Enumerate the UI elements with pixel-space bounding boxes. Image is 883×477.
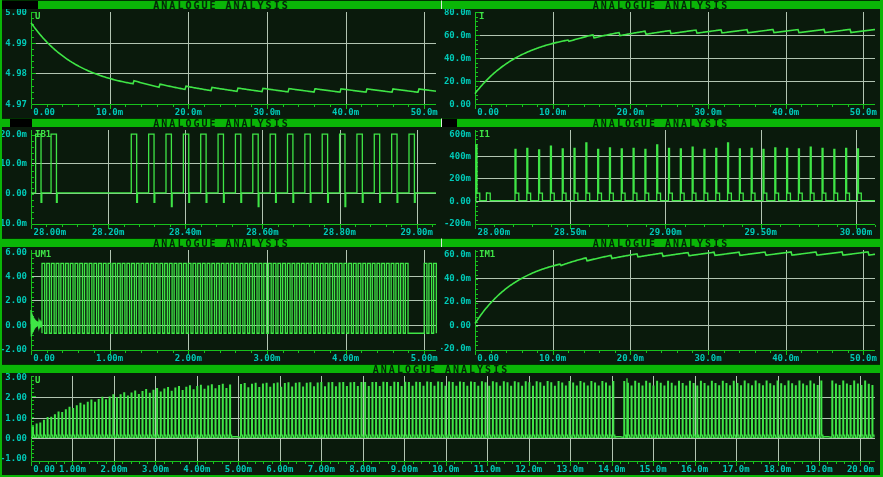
x-tick-label: 50.0m [411,107,438,117]
x-tick-label: 8.00m [349,464,376,474]
x-tick-label: 11.0m [474,464,501,474]
x-tick-label: 0.00 [477,107,499,117]
waveform-canvas [441,127,880,238]
x-tick-label: 29.00m [400,227,433,237]
x-tick-label: 3.00m [142,464,169,474]
x-tick-label: 17.0m [723,464,750,474]
y-tick-label: 20.0m [444,76,471,86]
x-tick-label: 20.0m [617,353,644,363]
y-tick-label: 10.0m [2,158,27,168]
analysis-panel-5: ANALOGUE ANALYSIS 6.004.002.000.00-2.000… [2,238,441,364]
y-tick-label: 4.98 [5,68,27,78]
x-tick-label: 15.0m [640,464,667,474]
y-tick-label: 0.00 [5,433,27,443]
y-tick-label: 4.97 [5,99,27,109]
x-tick-label: 28.20m [92,227,125,237]
analysis-panel-2: ANALOGUE ANALYSIS 80.0m60.0m40.0m20.0m0.… [441,0,880,118]
y-tick-label: 2.00 [5,295,27,305]
x-tick-label: 4.00m [332,353,359,363]
x-tick-label: 2.00m [100,464,127,474]
x-tick-label: 28.80m [323,227,356,237]
trace-label: U [35,375,40,385]
panel-titlebar[interactable]: ANALOGUE ANALYSIS [441,118,880,127]
y-tick-label: 3.00 [5,373,27,382]
y-tick-label: 0.00 [449,320,471,330]
x-tick-label: 20.0m [617,107,644,117]
x-tick-label: 50.0m [850,353,877,363]
panel-titlebar[interactable]: ANALOGUE ANALYSIS [2,364,880,373]
x-tick-label: 16.0m [681,464,708,474]
y-tick-label: 600m [449,129,471,139]
x-tick-label: 29.50m [744,227,777,237]
panel-titlebar[interactable]: ANALOGUE ANALYSIS [441,238,880,247]
y-tick-label: 20.0m [444,296,471,306]
y-tick-label: 80.0m [444,9,471,17]
analysis-panel-3: ANALOGUE ANALYSIS 20.0m10.0m0.00-10.0m28… [2,118,441,238]
x-tick-label: 1.00m [59,464,86,474]
plot-area[interactable]: 3.002.001.000.00-1.000.001.00m2.00m3.00m… [2,373,880,475]
x-tick-label: 20.0m [847,464,874,474]
x-tick-label: 30.0m [694,353,721,363]
x-tick-label: 12.0m [515,464,542,474]
y-tick-label: -1.00 [2,453,27,463]
y-tick-label: 4.99 [5,38,27,48]
analysis-panel-4: ANALOGUE ANALYSIS 600m400m200m0.00-200m2… [441,118,880,238]
analysis-panel-1: ANALOGUE ANALYSIS 5.004.994.984.970.0010… [2,0,441,118]
x-tick-label: 50.0m [850,107,877,117]
plot-area[interactable]: 60.0m40.0m20.0m0.00-20.0m0.0010.0m20.0m3… [441,247,880,364]
trace-label: IB1 [35,129,51,139]
y-tick-label: 0.00 [5,320,27,330]
x-tick-label: 20.0m [175,107,202,117]
x-tick-label: 29.00m [649,227,682,237]
x-tick-label: 30.0m [253,107,280,117]
y-tick-label: -10.0m [2,218,27,228]
x-tick-label: 10.0m [432,464,459,474]
plot-area[interactable]: 80.0m60.0m40.0m20.0m0.000.0010.0m20.0m30… [441,9,880,118]
x-tick-label: 10.0m [96,107,123,117]
y-tick-label: 0.00 [449,99,471,109]
analysis-panel-6: ANALOGUE ANALYSIS 60.0m40.0m20.0m0.00-20… [441,238,880,364]
panel-titlebar[interactable]: ANALOGUE ANALYSIS [441,0,880,9]
y-tick-label: 0.00 [449,196,471,206]
panel-titlebar[interactable]: ANALOGUE ANALYSIS [2,118,441,127]
x-tick-label: 40.0m [772,353,799,363]
panel-titlebar[interactable]: ANALOGUE ANALYSIS [2,0,441,9]
y-tick-label: 5.00 [5,9,27,17]
x-tick-label: 30.0m [694,107,721,117]
x-tick-label: 9.00m [391,464,418,474]
x-tick-label: 3.00m [253,353,280,363]
plot-area[interactable]: 6.004.002.000.00-2.000.001.00m2.00m3.00m… [2,247,441,364]
x-tick-label: 6.00m [266,464,293,474]
waveform-canvas [2,373,880,475]
y-tick-label: 400m [449,151,471,161]
trace-label: IM1 [479,249,495,259]
x-tick-label: 28.40m [169,227,202,237]
x-tick-label: 40.0m [332,107,359,117]
x-tick-label: 5.00m [411,353,438,363]
analysis-panel-7: ANALOGUE ANALYSIS 3.002.001.000.00-1.000… [2,364,880,475]
x-tick-label: 13.0m [557,464,584,474]
x-tick-label: 0.00 [477,353,499,363]
plot-area[interactable]: 5.004.994.984.970.0010.0m20.0m30.0m40.0m… [2,9,441,118]
x-tick-label: 28.50m [554,227,587,237]
y-tick-label: 200m [449,173,471,183]
x-tick-label: 40.0m [772,107,799,117]
plot-area[interactable]: 600m400m200m0.00-200m28.00m28.50m29.00m2… [441,127,880,238]
y-tick-label: 40.0m [444,273,471,283]
plot-area[interactable]: 20.0m10.0m0.00-10.0m28.00m28.20m28.40m28… [2,127,441,238]
waveform-canvas [2,9,441,118]
y-tick-label: 1.00 [5,413,27,423]
analogue-analysis-window: ANALOGUE ANALYSIS 5.004.994.984.970.0010… [0,0,883,477]
y-tick-label: 60.0m [444,30,471,40]
y-tick-label: -20.0m [441,343,471,353]
x-tick-label: 14.0m [598,464,625,474]
x-tick-label: 28.00m [478,227,511,237]
x-tick-label: 18.0m [764,464,791,474]
trace-label: I1 [479,129,490,139]
panel-titlebar[interactable]: ANALOGUE ANALYSIS [2,238,441,247]
x-tick-label: 10.0m [539,353,566,363]
x-tick-label: 7.00m [308,464,335,474]
x-tick-label: 0.00 [33,464,55,474]
y-tick-label: 60.0m [444,249,471,259]
x-tick-label: 2.00m [175,353,202,363]
